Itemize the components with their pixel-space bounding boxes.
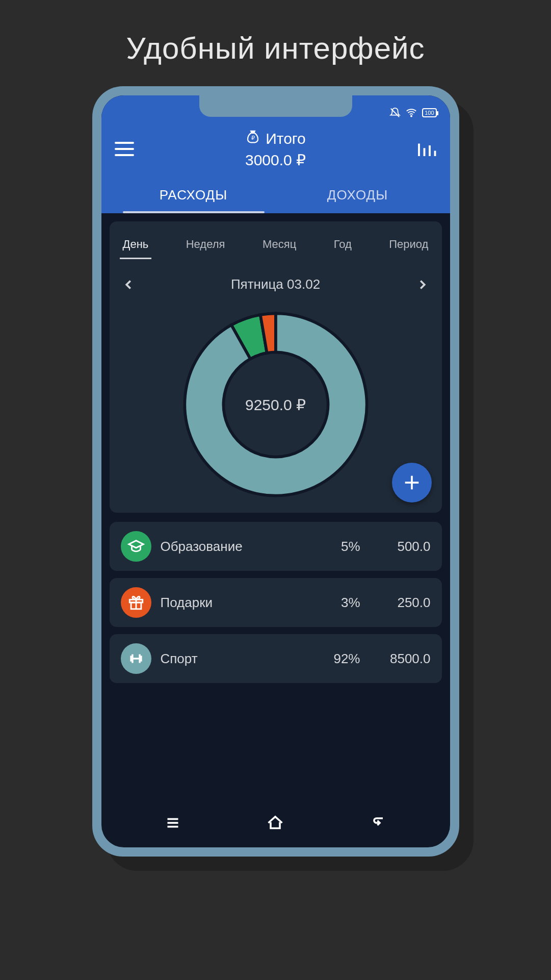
- battery-level: 100: [425, 110, 434, 116]
- tab-income[interactable]: ДОХОДЫ: [276, 178, 440, 213]
- category-list: Образование5%500.0Подарки3%250.0Спорт92%…: [110, 522, 442, 683]
- gift-icon: [121, 587, 151, 618]
- mute-icon: [389, 107, 401, 118]
- category-row[interactable]: Спорт92%8500.0: [110, 634, 442, 683]
- notch: [199, 95, 352, 117]
- category-row[interactable]: Образование5%500.0: [110, 522, 442, 571]
- donut-center-value: 9250.0 ₽: [179, 308, 373, 501]
- category-value: 250.0: [370, 595, 431, 611]
- period-day[interactable]: День: [121, 233, 151, 259]
- nav-back-button[interactable]: [369, 814, 387, 834]
- tab-expenses[interactable]: РАСХОДЫ: [112, 178, 276, 213]
- money-bag-icon: ₽: [245, 129, 260, 148]
- category-name: Образование: [161, 539, 310, 555]
- category-percent: 92%: [320, 651, 360, 667]
- period-range[interactable]: Период: [387, 233, 430, 259]
- svg-text:₽: ₽: [251, 135, 255, 141]
- prev-date-button[interactable]: [121, 277, 136, 292]
- category-percent: 3%: [320, 595, 360, 611]
- balance-value: 3000.0 ₽: [136, 151, 415, 169]
- expense-donut-chart[interactable]: 9250.0 ₽: [179, 308, 373, 501]
- total-label: Итого: [266, 130, 306, 147]
- system-navbar: [101, 806, 450, 847]
- content: День Неделя Месяц Год Период Пятница 03.…: [101, 213, 450, 691]
- category-value: 8500.0: [370, 651, 431, 667]
- period-week[interactable]: Неделя: [184, 233, 227, 259]
- period-tabs: День Неделя Месяц Год Период: [120, 231, 432, 259]
- next-date-button[interactable]: [415, 277, 430, 292]
- wifi-icon: [406, 107, 417, 118]
- current-date: Пятница 03.02: [231, 277, 320, 292]
- stats-button[interactable]: [415, 138, 437, 160]
- category-name: Подарки: [161, 595, 310, 611]
- svg-point-1: [411, 115, 412, 116]
- menu-button[interactable]: [115, 138, 136, 160]
- balance-block: ₽ Итого 3000.0 ₽: [136, 129, 415, 169]
- category-row[interactable]: Подарки3%250.0: [110, 578, 442, 627]
- page-caption: Удобный интерфейс: [0, 0, 551, 86]
- period-year[interactable]: Год: [332, 233, 354, 259]
- category-percent: 5%: [320, 539, 360, 555]
- summary-card: День Неделя Месяц Год Период Пятница 03.…: [110, 221, 442, 513]
- screen: 100 ₽: [101, 95, 450, 847]
- battery-icon: 100: [422, 108, 436, 117]
- main-tabs: РАСХОДЫ ДОХОДЫ: [101, 178, 450, 213]
- phone-frame: 100 ₽: [92, 86, 459, 857]
- period-month[interactable]: Месяц: [260, 233, 298, 259]
- sport-icon: [121, 643, 151, 674]
- add-button[interactable]: [392, 463, 432, 502]
- nav-recent-button[interactable]: [164, 814, 182, 834]
- education-icon: [121, 531, 151, 562]
- category-name: Спорт: [161, 651, 310, 667]
- category-value: 500.0: [370, 539, 431, 555]
- date-navigator: Пятница 03.02: [120, 277, 432, 292]
- nav-home-button[interactable]: [266, 814, 284, 834]
